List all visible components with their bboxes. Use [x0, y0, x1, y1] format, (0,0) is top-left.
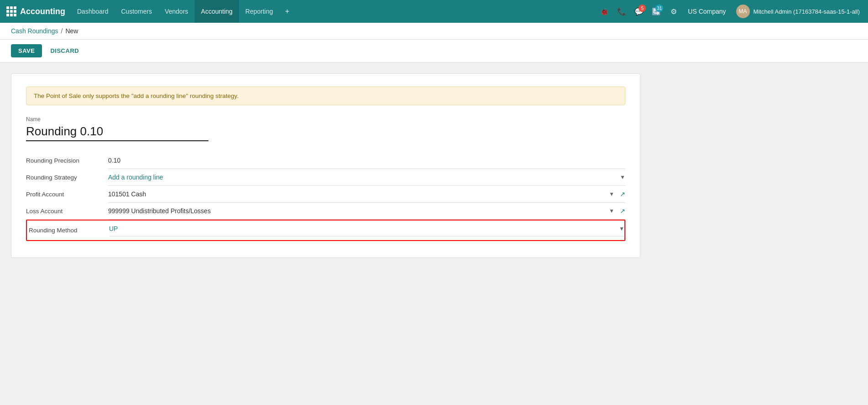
- user-menu-button[interactable]: MA Mitchell Admin (17163784-saas-15-1-al…: [733, 5, 863, 18]
- bug-icon-button[interactable]: 🐞: [597, 4, 612, 19]
- warning-text: The Point of Sale only supports the "add…: [34, 92, 239, 99]
- settings-icon: ⚙: [670, 7, 677, 16]
- user-name: Mitchell Admin (17163784-saas-15-1-all): [754, 8, 860, 15]
- name-field-value[interactable]: Rounding 0.10: [26, 124, 208, 141]
- breadcrumb-parent-link[interactable]: Cash Roundings: [11, 27, 58, 35]
- navbar-actions: 🐞 📞 💬 5 🔄 31 ⚙ US Company MA Mitchell Ad…: [597, 4, 863, 19]
- breadcrumb: Cash Roundings / New: [0, 23, 868, 40]
- refresh-badge: 31: [655, 5, 663, 12]
- save-button[interactable]: SAVE: [11, 44, 42, 57]
- rounding-method-label: Rounding Method: [27, 227, 109, 234]
- field-label-rounding-precision: Rounding Precision: [26, 152, 108, 169]
- rounding-method-dropdown-arrow: ▼: [619, 226, 624, 232]
- chat-icon-button[interactable]: 💬 5: [631, 4, 647, 19]
- navbar: Accounting Dashboard Customers Vendors A…: [0, 0, 868, 23]
- profit-account-dropdown-arrow: ▼: [609, 191, 614, 197]
- form-card: The Point of Sale only supports the "add…: [11, 73, 640, 258]
- rounding-method-value: UP: [109, 225, 118, 232]
- field-row-profit-account: Profit Account 101501 Cash ▼ ↗: [26, 186, 625, 203]
- profit-account-ext-link[interactable]: ↗: [620, 190, 625, 198]
- breadcrumb-separator: /: [61, 27, 63, 35]
- field-row-loss-account: Loss Account 999999 Undistributed Profit…: [26, 203, 625, 220]
- company-selector[interactable]: US Company: [683, 4, 730, 19]
- warning-banner: The Point of Sale only supports the "add…: [26, 87, 625, 105]
- navbar-brand[interactable]: Accounting: [5, 6, 71, 16]
- field-label-loss-account: Loss Account: [26, 203, 108, 220]
- field-value-rounding-precision[interactable]: 0.10: [108, 152, 625, 169]
- field-value-loss-account[interactable]: 999999 Undistributed Profits/Losses ▼ ↗: [108, 203, 625, 220]
- nav-vendors[interactable]: Vendors: [158, 0, 194, 23]
- refresh-icon-button[interactable]: 🔄 31: [649, 4, 664, 19]
- main-content: The Point of Sale only supports the "add…: [0, 62, 868, 405]
- navbar-menu: Dashboard Customers Vendors Accounting R…: [71, 0, 597, 23]
- field-label-profit-account: Profit Account: [26, 186, 108, 203]
- brand-label: Accounting: [20, 7, 65, 16]
- field-value-profit-account[interactable]: 101501 Cash ▼ ↗: [108, 186, 625, 203]
- field-value-rounding-strategy[interactable]: Add a rounding line ▼: [108, 169, 625, 186]
- bug-icon: 🐞: [600, 7, 609, 16]
- loss-account-dropdown-arrow: ▼: [609, 208, 614, 214]
- loss-account-ext-link[interactable]: ↗: [620, 207, 625, 215]
- rounding-method-value-container[interactable]: UP ▼: [109, 224, 624, 236]
- nav-accounting[interactable]: Accounting: [195, 0, 239, 23]
- add-button[interactable]: +: [280, 4, 295, 19]
- toolbar: SAVE DISCARD: [0, 40, 868, 62]
- grid-icon: [6, 6, 16, 16]
- field-row-rounding-precision: Rounding Precision 0.10: [26, 152, 625, 169]
- nav-dashboard[interactable]: Dashboard: [71, 0, 115, 23]
- field-row-rounding-strategy: Rounding Strategy Add a rounding line ▼: [26, 169, 625, 186]
- phone-icon: 📞: [617, 7, 626, 16]
- company-name: US Company: [688, 8, 726, 15]
- avatar: MA: [736, 5, 750, 18]
- rounding-strategy-dropdown-arrow: ▼: [620, 174, 625, 180]
- discard-button[interactable]: DISCARD: [46, 44, 83, 57]
- nav-reporting[interactable]: Reporting: [239, 0, 280, 23]
- field-label-rounding-strategy: Rounding Strategy: [26, 169, 108, 186]
- rounding-method-row[interactable]: Rounding Method UP ▼: [26, 220, 625, 241]
- phone-icon-button[interactable]: 📞: [614, 4, 629, 19]
- breadcrumb-current: New: [65, 27, 78, 35]
- form-table: Rounding Precision 0.10 Rounding Strateg…: [26, 152, 625, 220]
- name-field-label: Name: [26, 116, 625, 123]
- nav-customers[interactable]: Customers: [115, 0, 159, 23]
- settings-icon-button[interactable]: ⚙: [666, 4, 681, 19]
- chat-badge: 5: [639, 5, 646, 12]
